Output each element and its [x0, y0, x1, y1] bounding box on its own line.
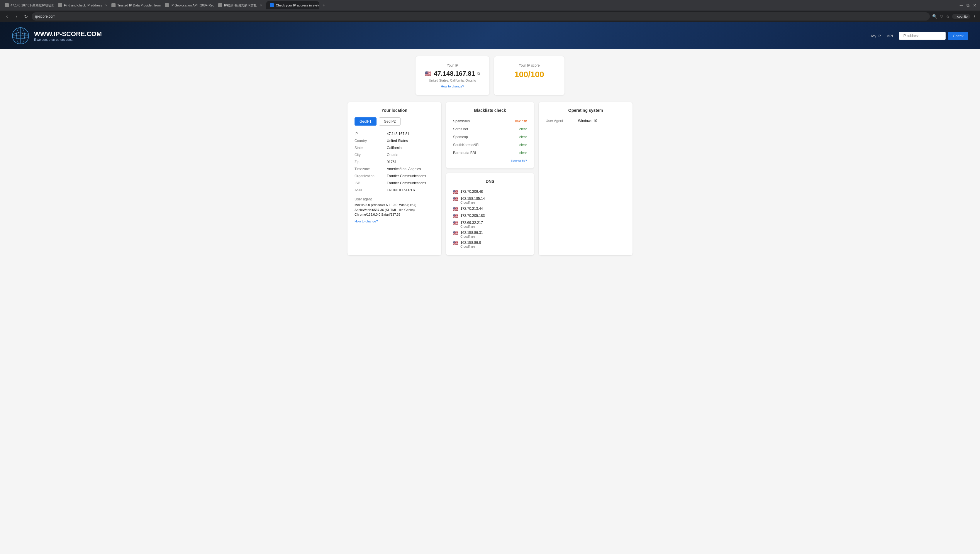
- shield-icon[interactable]: 🛡: [940, 14, 943, 19]
- dns-info: 162.158.89.31 Cloudflare: [460, 231, 483, 238]
- blacklist-entries: Spamhauslow riskSorbs.netclearSpamcopcle…: [453, 117, 527, 157]
- blacklist-status-badge: clear: [519, 143, 527, 147]
- tab-4[interactable]: IP Geolocation API | 208+ Requ... ✕: [161, 1, 214, 10]
- close-button[interactable]: ✕: [973, 3, 977, 8]
- search-icon[interactable]: 🔍: [932, 14, 937, 19]
- geoloc-tabs: GeoIP1 GeoIP2: [355, 117, 434, 126]
- ip-address-text: 47.148.167.81: [434, 70, 475, 77]
- blacklist-status-badge: clear: [519, 135, 527, 139]
- score-value: 100/100: [503, 70, 555, 79]
- dns-entries: 🇺🇸 172.70.209.48 🇺🇸 162.158.185.14 Cloud…: [453, 188, 527, 249]
- tab-3[interactable]: Trusted IP Data Provider, from... ✕: [108, 1, 161, 10]
- blacklist-row: Spamhauslow risk: [453, 117, 527, 125]
- location-field-label: Country: [355, 137, 387, 144]
- user-agent-section: User agent Mozilla/5.0 (Windows NT 10.0;…: [355, 197, 434, 223]
- address-actions: 🔍 🛡 ☆ Incognito ⋮: [932, 14, 977, 19]
- tab-bar: 47.148.167.81-高精度IP地址归... ✕ Find and che…: [0, 0, 980, 11]
- location-field-value: 47.148.167.81: [387, 130, 434, 137]
- location-field-value: America/Los_Angeles: [387, 166, 434, 172]
- dns-info: 172.69.32.217 Cloudflare: [460, 221, 483, 228]
- site-subtitle: If we see, then others see...: [34, 38, 102, 42]
- site-title: WWW.IP-SCORE.COM: [34, 30, 102, 38]
- how-to-change-ua-link[interactable]: How to change?: [355, 219, 434, 223]
- blacklist-status-badge[interactable]: low risk: [515, 119, 527, 123]
- location-row: ISPFrontier Communications: [355, 180, 434, 187]
- url-bar[interactable]: ip-score.com: [32, 12, 930, 21]
- top-cards-row: Your IP 🇺🇸 47.148.167.81 ⧉ United States…: [0, 49, 980, 95]
- how-to-change-ip-link[interactable]: How to change?: [425, 85, 480, 88]
- my-ip-link[interactable]: My IP: [871, 34, 881, 38]
- dns-entry: 🇺🇸 172.69.32.217 Cloudflare: [453, 219, 527, 230]
- tab-close-2[interactable]: ✕: [105, 4, 107, 7]
- tab-icon-4: [165, 3, 169, 7]
- search-area: Check: [899, 32, 968, 40]
- location-row: CityOntario: [355, 152, 434, 158]
- tab-6[interactable]: Check your IP address in syste... ✕: [266, 1, 319, 10]
- dns-flag: 🇺🇸: [453, 207, 458, 211]
- location-field-value: United States: [387, 137, 434, 144]
- blacklist-name: Barracuda BBL: [453, 151, 477, 155]
- reload-button[interactable]: ↻: [22, 14, 29, 19]
- star-icon[interactable]: ☆: [946, 14, 950, 19]
- dns-card: DNS 🇺🇸 172.70.209.48 🇺🇸 162.158.185.14 C…: [446, 173, 534, 255]
- forward-button[interactable]: ›: [13, 14, 20, 19]
- tab-5[interactable]: IP检测-检测您的IP质量 ✕: [215, 1, 266, 10]
- blacklist-status-badge: clear: [519, 151, 527, 155]
- geoloc-tab-1[interactable]: GeoIP1: [355, 117, 377, 126]
- restore-button[interactable]: ⧉: [967, 3, 969, 8]
- os-card: Operating system User AgentWindows 10: [539, 102, 633, 255]
- dns-flag: 🇺🇸: [453, 214, 458, 218]
- address-bar: ‹ › ↻ ip-score.com 🔍 🛡 ☆ Incognito ⋮: [0, 11, 980, 22]
- os-table: User AgentWindows 10: [546, 117, 625, 125]
- dns-flag: 🇺🇸: [453, 241, 458, 245]
- logo-area: WWW.IP-SCORE.COM If we see, then others …: [12, 27, 102, 45]
- location-row: StateCalifornia: [355, 144, 434, 152]
- blacklist-name: SouthKoreanNBL: [453, 143, 480, 147]
- dns-flag: 🇺🇸: [453, 231, 458, 235]
- dns-info: 172.70.205.183: [460, 214, 485, 218]
- copy-ip-icon[interactable]: ⧉: [477, 72, 480, 76]
- location-field-label: City: [355, 152, 387, 158]
- your-ip-card: Your IP 🇺🇸 47.148.167.81 ⧉ United States…: [415, 56, 489, 95]
- dns-ip: 172.70.209.48: [460, 190, 483, 194]
- location-field-label: Organization: [355, 172, 387, 180]
- new-tab-button[interactable]: +: [320, 1, 328, 10]
- page-content: WWW.IP-SCORE.COM If we see, then others …: [0, 22, 980, 554]
- tab-2[interactable]: Find and check IP address ✕: [54, 1, 107, 10]
- blacklist-row: Sorbs.netclear: [453, 125, 527, 133]
- location-field-value: 91761: [387, 158, 434, 166]
- tab-icon-6: [270, 3, 274, 7]
- tab-1[interactable]: 47.148.167.81-高精度IP地址归... ✕: [1, 1, 54, 10]
- back-button[interactable]: ‹: [3, 14, 11, 19]
- globe-icon: [12, 27, 29, 45]
- dns-flag: 🇺🇸: [453, 221, 458, 225]
- tab-icon-1: [5, 3, 9, 7]
- dns-info: 162.158.89.8 Cloudflare: [460, 241, 481, 248]
- user-agent-value: Mozilla/5.0 (Windows NT 10.0; Win64; x64…: [355, 203, 434, 217]
- os-title: Operating system: [546, 108, 625, 113]
- location-field-value: Frontier Communications: [387, 172, 434, 180]
- location-row: Zip91761: [355, 158, 434, 166]
- location-field-value: Ontario: [387, 152, 434, 158]
- browser-chrome: 47.148.167.81-高精度IP地址归... ✕ Find and che…: [0, 0, 980, 22]
- ip-search-input[interactable]: [899, 32, 946, 40]
- how-to-fix-link[interactable]: How to fix?: [453, 159, 527, 163]
- blacklist-row: Spamcopclear: [453, 133, 527, 141]
- location-row: CountryUnited States: [355, 137, 434, 144]
- dns-ip: 162.158.89.8: [460, 241, 481, 245]
- dns-entry: 🇺🇸 162.158.89.31 Cloudflare: [453, 230, 527, 239]
- dns-entry: 🇺🇸 162.158.89.8 Cloudflare: [453, 239, 527, 249]
- blacklist-card: Blacklists check Spamhauslow riskSorbs.n…: [446, 102, 534, 168]
- api-link[interactable]: API: [887, 34, 893, 38]
- blacklist-row: Barracuda BBLclear: [453, 149, 527, 157]
- tab-close-5[interactable]: ✕: [260, 4, 262, 7]
- dns-info: 172.70.213.44: [460, 207, 483, 211]
- menu-icon[interactable]: ⋮: [972, 14, 977, 19]
- dns-provider: Cloudflare: [460, 201, 485, 204]
- dns-info: 172.70.209.48: [460, 190, 483, 194]
- check-button[interactable]: Check: [948, 32, 968, 40]
- geoloc-tab-2[interactable]: GeoIP2: [379, 117, 401, 126]
- dns-info: 162.158.185.14 Cloudflare: [460, 196, 485, 204]
- your-score-label: Your IP score: [503, 63, 555, 67]
- minimize-button[interactable]: ─: [960, 3, 963, 8]
